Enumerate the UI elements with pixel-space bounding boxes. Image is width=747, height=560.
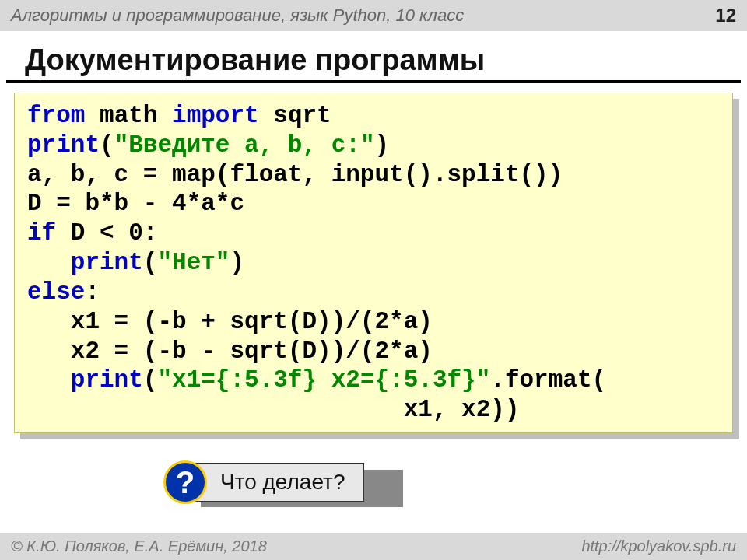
string-literal: "x1={:5.3f} x2={:5.3f}" (157, 366, 490, 394)
fn-print: print (27, 131, 100, 159)
code-content: from math import sqrt print("Введите a, … (14, 93, 733, 433)
code-block: from math import sqrt print("Введите a, … (14, 93, 733, 433)
question-mark-icon: ? (163, 460, 207, 504)
code-text: ( (100, 131, 114, 159)
footer-url: http://kpolyakov.spb.ru (581, 537, 736, 555)
code-text: ) (230, 249, 244, 276)
footer-copyright: © К.Ю. Поляков, Е.А. Ерёмин, 2018 (11, 537, 267, 555)
code-line: x1 = (-b + sqrt(D))/(2*a) (71, 308, 433, 335)
indent (27, 366, 71, 394)
code-line: a, b, c = map(float, input().split()) (27, 161, 563, 188)
code-line: x2 = (-b - sqrt(D))/(2*a) (71, 338, 433, 365)
indent (27, 308, 71, 335)
string-literal: "Введите a, b, c:" (114, 131, 375, 159)
code-text: ) (374, 131, 389, 159)
footer-bar: © К.Ю. Поляков, Е.А. Ерёмин, 2018 http:/… (0, 533, 747, 560)
kw-else: else (27, 278, 85, 306)
fn-print: print (71, 249, 143, 276)
code-line: x1, x2)) (404, 396, 520, 423)
string-literal: "Нет" (157, 249, 230, 276)
kw-from: from (27, 102, 85, 129)
fn-print: print (71, 366, 143, 394)
code-text: : (85, 278, 100, 306)
code-text: D < 0: (56, 219, 157, 247)
kw-import: import (172, 102, 259, 129)
code-text: sqrt (259, 102, 331, 129)
indent (27, 338, 71, 365)
code-text: ( (143, 249, 158, 276)
code-text: ( (143, 366, 158, 394)
callout: ? Что делает? (163, 460, 364, 504)
kw-if: if (27, 219, 56, 247)
code-line: D = b*b - 4*a*c (27, 190, 244, 217)
code-text: math (85, 102, 172, 129)
callout-text: Что делает? (193, 463, 364, 502)
indent (27, 396, 404, 423)
slide-title: Документирование программы (6, 31, 741, 83)
header-bar: Алгоритмы и программирование, язык Pytho… (0, 0, 747, 31)
course-title: Алгоритмы и программирование, язык Pytho… (11, 5, 464, 26)
code-text: .format( (490, 366, 606, 394)
indent (27, 249, 71, 276)
page-number: 12 (715, 5, 736, 26)
